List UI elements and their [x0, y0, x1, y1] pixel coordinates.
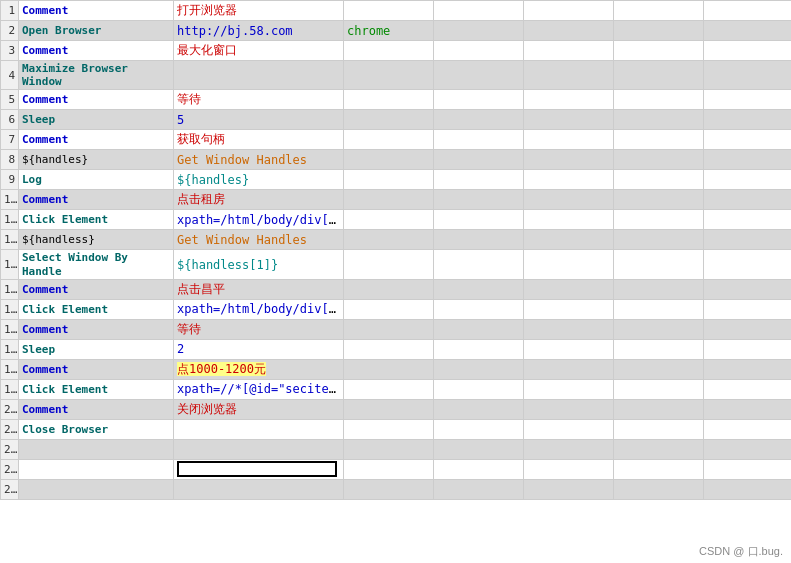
arg2-cell[interactable] — [344, 459, 434, 479]
table-row[interactable]: 22 — [1, 439, 792, 459]
table-row[interactable]: 2Open Browserhttp://bj.58.comchrome — [1, 21, 792, 41]
keyword-cell[interactable]: ${handless} — [19, 230, 174, 250]
keyword-cell[interactable]: Select Window By Handle — [19, 250, 174, 279]
keyword-cell[interactable]: Comment — [19, 359, 174, 379]
arg2-cell[interactable] — [344, 250, 434, 279]
arg2-cell[interactable] — [344, 319, 434, 339]
keyword-cell[interactable]: Sleep — [19, 110, 174, 130]
arg2-cell[interactable] — [344, 279, 434, 299]
arg2-cell[interactable] — [344, 190, 434, 210]
arg1-cell[interactable]: 关闭浏览器 — [174, 399, 344, 419]
keyword-cell[interactable]: Click Element — [19, 379, 174, 399]
keyword-cell[interactable]: Log — [19, 170, 174, 190]
extra-cell — [614, 299, 704, 319]
arg1-cell[interactable]: 获取句柄 — [174, 130, 344, 150]
arg2-cell[interactable] — [344, 110, 434, 130]
table-row[interactable]: 19Click Elementxpath=//*[@id="secitem- — [1, 379, 792, 399]
arg1-cell[interactable]: 2 — [174, 339, 344, 359]
keyword-cell[interactable] — [19, 439, 174, 459]
arg1-cell[interactable]: xpath=/html/body/div[5] — [174, 299, 344, 319]
table-row[interactable]: 11Click Elementxpath=/html/body/div[3] — [1, 210, 792, 230]
table-row[interactable]: 6Sleep5 — [1, 110, 792, 130]
table-row[interactable]: 16Comment等待 — [1, 319, 792, 339]
arg2-cell[interactable] — [344, 359, 434, 379]
table-row[interactable]: 23 — [1, 459, 792, 479]
table-row[interactable]: 3Comment最大化窗口 — [1, 41, 792, 61]
arg1-cell[interactable]: Get Window Handles — [174, 150, 344, 170]
arg1-cell[interactable]: xpath=//*[@id="secitem- — [174, 379, 344, 399]
table-row[interactable]: 12${handless}Get Window Handles — [1, 230, 792, 250]
arg2-cell[interactable] — [344, 479, 434, 499]
keyword-cell[interactable]: Click Element — [19, 210, 174, 230]
arg2-cell[interactable] — [344, 439, 434, 459]
table-row[interactable]: 17Sleep2 — [1, 339, 792, 359]
extra-cell — [524, 150, 614, 170]
arg2-cell[interactable] — [344, 299, 434, 319]
arg2-cell[interactable]: chrome — [344, 21, 434, 41]
arg2-cell[interactable] — [344, 379, 434, 399]
arg1-cell[interactable]: 点击租房 — [174, 190, 344, 210]
table-row[interactable]: 21Close Browser — [1, 419, 792, 439]
arg2-cell[interactable] — [344, 90, 434, 110]
keyword-cell[interactable]: Maximize Browser Window — [19, 61, 174, 90]
arg2-cell[interactable] — [344, 41, 434, 61]
arg1-cell[interactable]: 打开浏览器 — [174, 1, 344, 21]
arg1-cell[interactable]: 最大化窗口 — [174, 41, 344, 61]
arg1-cell[interactable] — [174, 61, 344, 90]
keyword-cell[interactable]: Comment — [19, 319, 174, 339]
table-row[interactable]: 7Comment获取句柄 — [1, 130, 792, 150]
keyword-cell[interactable]: Open Browser — [19, 21, 174, 41]
keyword-cell[interactable]: Click Element — [19, 299, 174, 319]
arg2-cell[interactable] — [344, 399, 434, 419]
arg1-cell[interactable]: 等待 — [174, 319, 344, 339]
keyword-cell[interactable]: Comment — [19, 1, 174, 21]
arg2-cell[interactable] — [344, 130, 434, 150]
arg2-cell[interactable] — [344, 150, 434, 170]
keyword-cell[interactable]: Sleep — [19, 339, 174, 359]
table-row[interactable]: 14Comment点击昌平 — [1, 279, 792, 299]
keyword-cell[interactable]: Comment — [19, 279, 174, 299]
keyword-cell[interactable]: Comment — [19, 90, 174, 110]
arg2-cell[interactable] — [344, 230, 434, 250]
arg2-cell[interactable] — [344, 339, 434, 359]
table-row[interactable]: 1Comment打开浏览器 — [1, 1, 792, 21]
table-row[interactable]: 20Comment关闭浏览器 — [1, 399, 792, 419]
table-row[interactable]: 4Maximize Browser Window — [1, 61, 792, 90]
keyword-cell[interactable]: Comment — [19, 399, 174, 419]
keyword-cell[interactable]: Comment — [19, 41, 174, 61]
arg1-cell[interactable]: Get Window Handles — [174, 230, 344, 250]
keyword-cell[interactable] — [19, 459, 174, 479]
table-row[interactable]: 5Comment等待 — [1, 90, 792, 110]
keyword-cell[interactable] — [19, 479, 174, 499]
arg1-cell[interactable]: 点1000-1200元 — [174, 359, 344, 379]
arg1-cell[interactable] — [174, 439, 344, 459]
arg2-cell[interactable] — [344, 1, 434, 21]
arg1-cell[interactable] — [174, 479, 344, 499]
arg1-cell[interactable]: ${handles} — [174, 170, 344, 190]
arg2-cell[interactable] — [344, 61, 434, 90]
table-row[interactable]: 13Select Window By Handle${handless[1]} — [1, 250, 792, 279]
keyword-cell[interactable]: Comment — [19, 190, 174, 210]
arg1-cell[interactable]: 点击昌平 — [174, 279, 344, 299]
table-row[interactable]: 8${handles}Get Window Handles — [1, 150, 792, 170]
arg1-cell[interactable]: ${handless[1]} — [174, 250, 344, 279]
arg2-cell[interactable] — [344, 210, 434, 230]
arg1-cell[interactable]: 等待 — [174, 90, 344, 110]
arg1-input[interactable] — [177, 461, 337, 477]
arg1-cell[interactable]: http://bj.58.com — [174, 21, 344, 41]
table-row[interactable]: 18Comment点1000-1200元 — [1, 359, 792, 379]
arg1-cell[interactable] — [174, 459, 344, 479]
keyword-cell[interactable]: ${handles} — [19, 150, 174, 170]
arg1-cell[interactable] — [174, 419, 344, 439]
arg2-cell[interactable] — [344, 419, 434, 439]
arg2-cell[interactable] — [344, 170, 434, 190]
table-row[interactable]: 9Log${handles} — [1, 170, 792, 190]
table-row[interactable]: 10Comment点击租房 — [1, 190, 792, 210]
keyword-cell[interactable]: Close Browser — [19, 419, 174, 439]
table-row[interactable]: 15Click Elementxpath=/html/body/div[5] — [1, 299, 792, 319]
keyword-cell[interactable]: Comment — [19, 130, 174, 150]
extra-cell — [704, 379, 792, 399]
arg1-cell[interactable]: 5 — [174, 110, 344, 130]
arg1-cell[interactable]: xpath=/html/body/div[3] — [174, 210, 344, 230]
table-row[interactable]: 24 — [1, 479, 792, 499]
